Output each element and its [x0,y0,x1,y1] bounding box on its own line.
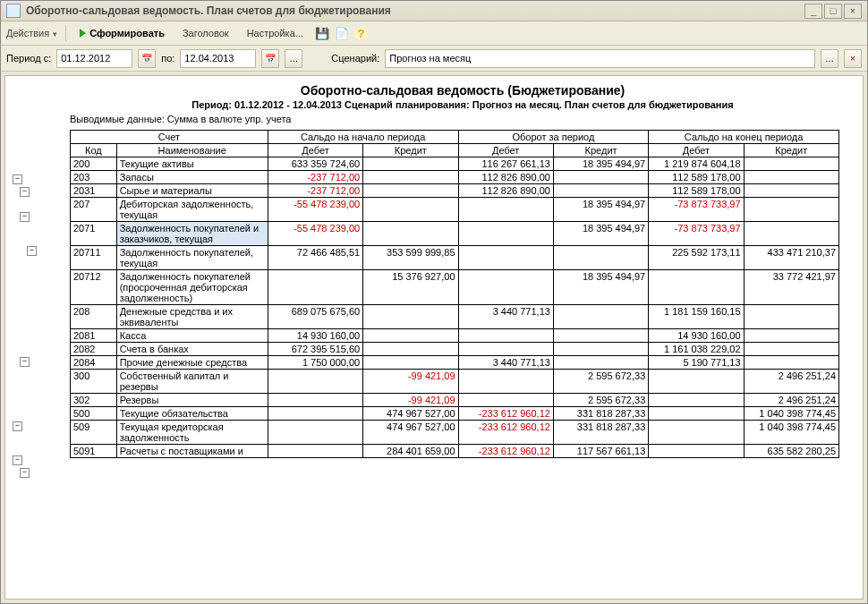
table-row[interactable]: 302Резервы-99 421,092 595 672,332 496 25… [71,394,839,407]
cell-sd [268,445,362,458]
date-from-field[interactable]: 01.12.2012 [56,49,132,68]
cell-code: 2084 [71,356,117,370]
table-row[interactable]: 207Дебиторская задолженность, текущая-55… [71,198,839,222]
tree-node[interactable]: − [13,421,22,431]
cell-ed: 1 219 874 604,18 [649,157,744,171]
table-row[interactable]: 500Текущие обязательства474 967 527,00-2… [71,407,839,421]
cell-code: 500 [71,407,117,421]
table-row[interactable]: 203Запасы-237 712,00112 826 890,00112 58… [71,171,839,184]
cell-ed: -73 873 733,97 [649,198,744,222]
cell-ed [649,370,744,394]
cell-code: 2071 [71,222,117,246]
cell-ec: 635 582 280,25 [744,445,838,458]
cell-ec [744,184,838,198]
cell-tc: 331 818 287,33 [553,421,648,445]
tree-node[interactable]: − [13,455,22,465]
help-icon[interactable]: ? [354,27,368,40]
cell-ed: -73 873 733,97 [649,222,744,246]
cell-td: -233 612 960,12 [458,445,553,458]
settings-button[interactable]: Настройка... [241,25,310,41]
scenario-label: Сценарий: [331,53,379,64]
toolbar: Действия▼ Сформировать Заголовок Настрой… [1,21,867,46]
cell-ed: 1 161 038 229,02 [649,343,744,356]
tree-node[interactable]: − [27,246,37,256]
hdr-account: Счет [71,131,268,144]
cell-tc [553,171,648,184]
cell-ec: 433 471 210,37 [744,246,838,270]
form-button[interactable]: Сформировать [73,25,171,41]
hdr-name: Наименование [116,144,268,157]
cell-name: Резервы [116,394,268,407]
calendar-to-button[interactable]: 📅 [261,49,279,68]
close-button[interactable]: × [844,4,862,19]
cell-code: 509 [71,421,117,445]
tree-node[interactable]: − [13,174,22,184]
cell-td: 112 826 890,00 [458,184,553,198]
cell-tc [553,246,648,270]
cell-sd: -55 478 239,00 [268,198,362,222]
table-row[interactable]: 208Денежные средства и их эквиваленты689… [71,305,839,329]
cell-sd: 672 395 515,60 [268,343,362,356]
cell-name: Собственный капитал и резервы [116,370,268,394]
table-row[interactable]: 5091Расчеты с поставщиками и284 401 659,… [71,445,839,458]
scenario-field[interactable]: Прогноз на месяц [385,49,815,68]
cell-code: 2082 [71,343,117,356]
report-subtitle: Период: 01.12.2012 - 12.04.2013 Сценарий… [70,99,855,110]
cell-td: 3 440 771,13 [458,305,553,329]
table-row[interactable]: 300Собственный капитал и резервы-99 421,… [71,370,839,394]
tree-node[interactable]: − [20,468,30,478]
cell-ed: 14 930 160,00 [649,329,744,343]
table-row[interactable]: 20711Задолженность покупателей, текущая7… [71,246,839,270]
cell-td: -233 612 960,12 [458,407,553,421]
cell-tc: 18 395 494,97 [553,157,648,171]
period-picker-button[interactable]: … [285,49,302,68]
actions-menu[interactable]: Действия▼ [6,28,58,38]
tree-column: − − − − − − − − [5,76,70,481]
cell-ec [744,198,838,222]
tree-node[interactable]: − [20,212,30,222]
scenario-clear-button[interactable]: × [844,49,862,68]
cell-tc: 331 818 287,33 [553,407,648,421]
cell-ed: 112 589 178,00 [649,171,744,184]
cell-name: Задолженность покупателей (просроченная … [116,270,268,305]
header-button[interactable]: Заголовок [176,25,235,41]
table-row[interactable]: 2082Счета в банках672 395 515,601 161 03… [71,343,839,356]
table-row[interactable]: 2071Задолженность покупателей и заказчик… [71,222,839,246]
cell-sd: 1 750 000,00 [268,356,362,370]
cell-ec [744,171,838,184]
scenario-picker-button[interactable]: … [821,49,838,68]
tree-node[interactable]: − [20,187,30,197]
cell-sc [363,157,458,171]
cell-ec [744,305,838,329]
cell-td [458,222,553,246]
cell-sc [363,305,458,329]
date-to-field[interactable]: 12.04.2013 [180,49,256,68]
cell-name: Дебиторская задолженность, текущая [116,198,268,222]
play-icon [80,29,86,38]
cell-sd: -237 712,00 [268,171,362,184]
period-label: Период с: [6,53,51,64]
window-title: Оборотно-сальдовая ведомость. План счето… [26,4,803,17]
tree-node[interactable]: − [20,357,30,367]
calendar-from-button[interactable]: 📅 [138,49,156,68]
document-icon[interactable]: 📄 [335,26,349,40]
cell-sc: -99 421,09 [363,394,458,407]
table-row[interactable]: 2081Касса14 930 160,0014 930 160,00 [71,329,839,343]
table-row[interactable]: 509Текущая кредиторская задолженность474… [71,421,839,445]
cell-td [458,329,553,343]
table-row[interactable]: 20712Задолженность покупателей (просроче… [71,270,839,305]
cell-ed: 225 592 173,11 [649,246,744,270]
table-row[interactable]: 2084Прочие денежные средства1 750 000,00… [71,356,839,370]
app-window: Оборотно-сальдовая ведомость. План счето… [0,0,868,604]
table-row[interactable]: 200Текущие активы633 359 724,60116 267 6… [71,157,839,171]
minimize-button[interactable]: _ [804,4,822,19]
cell-name: Расчеты с поставщиками и [116,445,268,458]
cell-code: 300 [71,370,117,394]
cell-tc: 117 567 661,13 [553,445,648,458]
hdr-credit: Кредит [363,144,458,157]
cell-sd: -237 712,00 [268,184,362,198]
save-icon[interactable]: 💾 [315,26,329,40]
table-row[interactable]: 2031Сырье и материалы-237 712,00112 826 … [71,184,839,198]
cell-td [458,270,553,305]
maximize-button[interactable]: □ [824,4,842,19]
